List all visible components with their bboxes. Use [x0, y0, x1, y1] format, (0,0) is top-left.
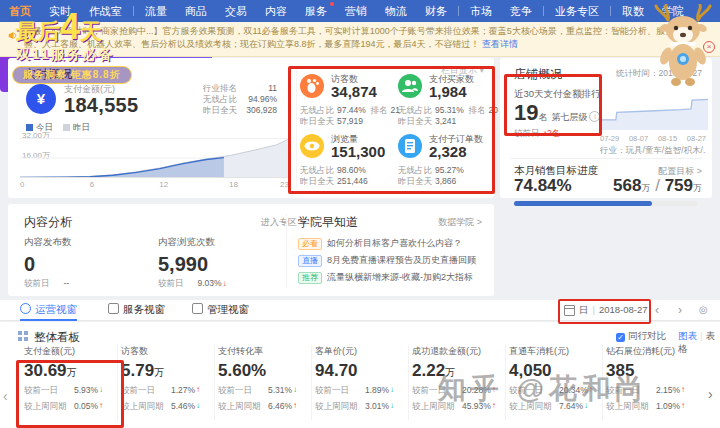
sycm-dashboard: 首页 实时 作战室 流量 商品 交易 内容 服务 营销 物流 财务 市场 竞争 …	[0, 0, 720, 428]
nav-item-bizzone[interactable]: 业务专区	[546, 0, 608, 22]
tab-service-view[interactable]: 服务视窗	[108, 300, 165, 319]
info-icon[interactable]: i	[589, 111, 600, 122]
board-title: 整体看板	[34, 330, 80, 345]
metrics-prev-arrow[interactable]: ‹	[3, 388, 8, 404]
x-tick: 18	[229, 180, 238, 189]
industry-label: 行业：玩具/童车/益智/积木/..	[600, 145, 706, 157]
order-doc-icon	[398, 134, 422, 158]
trend-arrow: ↓	[196, 401, 200, 413]
content-analysis-card: 内容分析 进入专区 > 内容发布数 0 较前日-- 内容浏览次数 5,990 较…	[8, 204, 494, 296]
nav-item-competition[interactable]: 竞争	[501, 0, 541, 22]
nav-item-market[interactable]: 市场	[461, 0, 501, 22]
metric-col-visitors[interactable]: 访客数 5.79万 较前一日1.27%↑ 较上周同期5.46%↓	[117, 345, 215, 420]
monitor-icon	[20, 303, 31, 314]
academy-item[interactable]: 必看如何分析目标客户喜欢什么内容？	[298, 237, 462, 250]
nav-item-traffic[interactable]: 流量	[136, 0, 176, 22]
x-tick: 0	[20, 180, 24, 189]
x-tick: 12	[159, 180, 168, 189]
nav-item-data[interactable]: 取数	[613, 0, 653, 22]
down-arrow-icon: ↓	[223, 279, 227, 288]
date-next-button[interactable]: ›	[678, 301, 682, 319]
shop-title: 店铺概况	[514, 66, 562, 83]
currency-icon: ¥	[26, 84, 56, 114]
settings-icon[interactable]: ◎	[699, 301, 708, 319]
tab-operation-view[interactable]: 运营视窗	[20, 300, 77, 321]
goal-percent: 74.84%	[514, 176, 572, 196]
trend-arrow: ↑	[681, 385, 685, 397]
tab-manage-view[interactable]: 管理视窗	[192, 300, 249, 319]
goal-progress-fill	[514, 201, 652, 206]
metric-col-conversion[interactable]: 支付转化率 5.60% 较前一日5.31%↓ 较上周同期6.46%↑	[214, 345, 312, 420]
nav-item-service[interactable]: 服务	[296, 0, 336, 22]
trend-arrow: ↑	[196, 385, 200, 397]
content-publish-stat: 内容发布数 0	[24, 236, 72, 276]
banner-offer-pill: 服务洞察 钜惠8.8折	[12, 66, 132, 84]
dashboard-grid-icon	[18, 331, 28, 341]
content-views-stat: 内容浏览次数 5,990	[158, 236, 215, 276]
nav-separator	[133, 6, 134, 16]
content-views-label: 内容浏览次数	[158, 236, 215, 249]
nav-separator	[543, 6, 544, 16]
nav-item-trade[interactable]: 交易	[216, 0, 256, 22]
trend-arrow: ↑	[681, 401, 685, 413]
chart-view-button[interactable]: 图表	[678, 330, 697, 341]
eye-icon	[300, 134, 324, 158]
date-prev-button[interactable]: ‹	[655, 301, 659, 319]
peer-compare-toggle[interactable]: ✓同行对比	[616, 330, 666, 343]
academy-title: 学院早知道	[298, 214, 358, 231]
content-views-delta: 较前日9.03%↓	[158, 278, 227, 290]
wireless-ratio-label: 无线占比	[203, 94, 237, 105]
nav-item-finance[interactable]: 财务	[416, 0, 456, 22]
x-tick: 6	[90, 180, 94, 189]
trend-arrow: ↑	[293, 401, 297, 413]
trend-arrow: ↓	[99, 385, 103, 397]
wireless-ratio-value: 94.96%	[248, 94, 277, 105]
metric-col-payment[interactable]: 支付金额(元) 30.69万 较前一日5.93%↓ 较上周同期0.05%↑	[20, 345, 118, 420]
nav-item-goods[interactable]: 商品	[176, 0, 216, 22]
industry-rank-value: 11	[268, 83, 277, 94]
academy-item[interactable]: 推荐流量纵横新增来源-收藏-加购2大指标	[298, 271, 473, 284]
content-title: 内容分析	[24, 214, 72, 231]
visitors-metric-card: 访客数 34,874 无线占比97.44% 排名21 昨日全天57,919	[300, 74, 395, 130]
content-publish-value: 0	[24, 253, 72, 276]
trend-arrow: ↓	[390, 401, 394, 413]
checkbox-checked-icon: ✓	[616, 333, 625, 342]
trend-ticks: 07-2908-0708-1508-27	[600, 134, 706, 143]
pay-suborders-metric-card: 支付子订单数 2,328 无线占比95.27% 昨日全天3,866	[398, 134, 493, 190]
yesterday-total-value: 306,928	[246, 105, 277, 116]
divider	[286, 214, 287, 288]
nav-item-marketing[interactable]: 营销	[336, 0, 376, 22]
notification-dot	[330, 2, 334, 6]
content-publish-delta: 较前日--	[24, 278, 69, 290]
banner-headline: 最后4天	[16, 6, 102, 48]
nav-item-service-label: 服务	[305, 5, 327, 17]
shop-level: 第七层级	[551, 112, 587, 122]
divider	[296, 68, 297, 188]
tag-live: 直播	[298, 255, 322, 267]
academy-item[interactable]: 直播8月免费直播课程预告及历史直播回顾	[298, 254, 476, 267]
content-publish-label: 内容发布数	[24, 236, 72, 249]
pay-buyers-value: 1,984	[429, 83, 467, 100]
nav-item-logistics[interactable]: 物流	[376, 0, 416, 22]
buyers-icon	[398, 74, 422, 98]
rank-unit: 名	[538, 112, 547, 122]
date-picker[interactable]: 日|2018-08-27	[579, 300, 648, 320]
pageviews-metric-card: 浏览量 151,300 无线占比98.60% 昨日全天251,446	[300, 134, 395, 190]
metric-col-avg-order[interactable]: 客单价(元) 94.70 较前一日1.89%↓ 较上周同期3.01%↓	[311, 345, 409, 420]
rank-delta: 较前日 ↑2名	[514, 128, 560, 140]
legend-yesterday-label: 昨日	[73, 122, 90, 132]
trend-arrow: ↓	[390, 385, 394, 397]
pay-suborders-value: 2,328	[429, 143, 467, 160]
tag-must-read: 必看	[298, 238, 322, 250]
legend-yesterday-swatch	[63, 124, 70, 131]
trend-arrow: ↓	[293, 385, 297, 397]
nav-item-content[interactable]: 内容	[256, 0, 296, 22]
academy-more-link[interactable]: 数据学院 >	[438, 216, 482, 229]
pay-buyers-metric-card: 支付买家数 1,984 无线占比95.31% 排名20 昨日全天3,241	[398, 74, 493, 130]
metrics-next-arrow[interactable]: ›	[708, 386, 713, 402]
announcement-detail-link[interactable]: 查看详情	[482, 39, 518, 49]
yesterday-total-label: 昨日全天	[203, 105, 237, 116]
top-nav: 首页 实时 作战室 流量 商品 交易 内容 服务 营销 物流 财务 市场 竞争 …	[0, 0, 720, 22]
nav-separator	[610, 6, 611, 16]
payment-amount-value: 184,555	[64, 94, 138, 117]
